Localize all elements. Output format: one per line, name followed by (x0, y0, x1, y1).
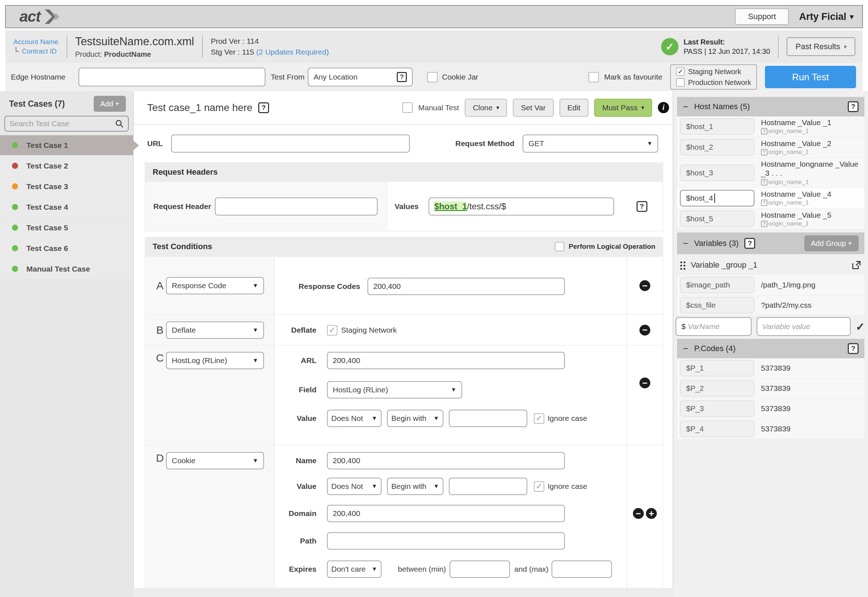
cookie-jar-checkbox[interactable]: ✓ (427, 72, 438, 82)
mark-favourite-checkbox[interactable]: ✓ (589, 72, 599, 82)
variables-panel: − Host Names (5) ? $host_1 Hostname _Val… (673, 91, 868, 597)
variable-name-chip[interactable]: $css_file (680, 297, 754, 313)
remove-condition-icon[interactable]: − (639, 280, 650, 291)
cookie-path-input[interactable] (327, 532, 565, 549)
ignore-case-checkbox[interactable]: ✓ (534, 413, 544, 424)
condition-type-select[interactable]: Response Code ▼ (166, 277, 264, 294)
sidebar-item-test-case-2[interactable]: Test Case 2 (0, 156, 133, 176)
condition-type-select[interactable]: Deflate ▼ (166, 321, 264, 339)
expires-min-input[interactable] (450, 560, 510, 578)
deflate-staging-checkbox[interactable]: ✓ (327, 325, 337, 336)
host-row: $host_4 Hostname _Value _4 ?origin_name_… (677, 188, 864, 208)
request-method-select[interactable]: GET ▼ (523, 135, 658, 153)
host-var-chip[interactable]: $host_2 (680, 139, 754, 156)
pcode-var-chip[interactable]: $P_1 (680, 360, 754, 376)
expires-select[interactable]: Don't care ▼ (327, 560, 382, 578)
ignore-case-checkbox[interactable]: ✓ (534, 481, 544, 492)
collapse-icon[interactable]: − (683, 343, 688, 354)
sidebar-item-test-case-5[interactable]: Test Case 5 (0, 218, 133, 238)
host-var-chip[interactable]: $host_5 (680, 211, 754, 227)
match-operator-select[interactable]: Begin with ▼ (387, 410, 443, 427)
varname-placeholder: VarName (688, 322, 720, 331)
variable-name-chip[interactable]: $image_path (680, 277, 754, 293)
test-conditions-title: Test Conditions (153, 242, 212, 251)
sidebar-item-manual-test-case[interactable]: Manual Test Case (0, 259, 133, 279)
search-test-case-input[interactable] (9, 119, 115, 128)
sidebar-item-test-case-1[interactable]: Test Case 1 (0, 135, 133, 155)
last-result-value: PASS | 12 Jun 2017, 14:30 (684, 48, 770, 55)
contract-id-link[interactable]: Contract ID (22, 48, 56, 55)
new-variable-name-input[interactable]: $ VarName (676, 317, 752, 336)
clone-button[interactable]: Clone ▾ (465, 99, 507, 117)
new-variable-value-input[interactable] (757, 317, 851, 336)
help-icon[interactable]: ? (848, 343, 859, 354)
open-external-icon[interactable] (852, 260, 862, 270)
collapse-icon[interactable]: − (683, 238, 688, 249)
collapse-icon[interactable]: − (683, 101, 688, 113)
cookie-name-input[interactable] (327, 452, 565, 469)
expires-max-input[interactable] (551, 560, 612, 578)
remove-condition-icon[interactable]: − (633, 508, 644, 519)
pcode-var-chip[interactable]: $P_2 (680, 380, 754, 397)
condition-type-select[interactable]: HostLog (RLine) ▼ (166, 352, 264, 369)
test-cases-sidebar: Test Cases (7) Add + Test Case 1 Test Ca… (0, 91, 133, 597)
field-select[interactable]: HostLog (RLine) ▼ (327, 381, 462, 398)
pcode-var-chip[interactable]: $P_3 (680, 400, 754, 417)
must-pass-button[interactable]: Must Pass ▾ (594, 99, 652, 117)
logical-operation-checkbox[interactable]: ✓ (555, 242, 564, 251)
status-dot (12, 183, 18, 190)
cookie-domain-input[interactable] (327, 505, 565, 522)
support-button[interactable]: Support (735, 8, 789, 25)
test-from-select[interactable]: Any Location ? (308, 68, 413, 86)
url-input[interactable] (171, 135, 410, 153)
pcodes-title: P.Codes (4) (694, 344, 736, 353)
condition-type-select[interactable]: Cookie ▼ (166, 452, 264, 469)
response-codes-input[interactable] (367, 278, 565, 295)
match-negate-select[interactable]: Does Not ▼ (327, 478, 382, 495)
host-var-chip[interactable]: $host_1 (680, 118, 754, 135)
production-network-checkbox[interactable]: ✓ (676, 78, 685, 87)
edge-hostname-input[interactable] (79, 68, 266, 86)
test-cases-title: Test Cases (7) (9, 99, 65, 109)
pcode-var-chip[interactable]: $P_4 (680, 420, 754, 437)
request-headers-title: Request Headers (145, 162, 663, 182)
search-icon[interactable] (115, 119, 124, 128)
add-condition-icon[interactable]: + (646, 508, 657, 519)
host-var-chip[interactable]: $host_3 (680, 165, 754, 181)
values-input[interactable]: $host_1/test.css/$ (429, 198, 614, 215)
drag-handle-icon[interactable] (680, 261, 686, 270)
help-icon[interactable]: ? (636, 201, 647, 212)
sidebar-item-test-case-6[interactable]: Test Case 6 (0, 238, 133, 258)
sidebar-item-test-case-4[interactable]: Test Case 4 (0, 197, 133, 217)
set-var-button[interactable]: Set Var (513, 99, 553, 117)
updates-required-link[interactable]: (2 Updates Required) (256, 48, 329, 56)
host-value: Hostname_longname _Value _3 . . . (761, 159, 862, 178)
sidebar-item-test-case-3[interactable]: Test Case 3 (0, 177, 133, 196)
match-value-input[interactable] (449, 478, 527, 495)
staging-network-checkbox[interactable]: ✓ (676, 67, 685, 76)
request-header-input[interactable] (215, 198, 378, 215)
confirm-variable-icon[interactable]: ✓ (856, 320, 865, 333)
match-negate-select[interactable]: Does Not ▼ (327, 410, 382, 427)
match-operator-select[interactable]: Begin with ▼ (387, 478, 443, 495)
account-name-link[interactable]: Account Name (13, 38, 59, 46)
run-test-button[interactable]: Run Test (765, 66, 856, 88)
host-var-input[interactable]: $host_4 (680, 190, 754, 206)
help-icon[interactable]: ? (397, 72, 407, 82)
status-dot (12, 245, 18, 251)
manual-test-checkbox[interactable]: ✓ (402, 102, 413, 113)
help-icon[interactable]: ? (848, 101, 859, 112)
help-icon[interactable]: ? (258, 102, 269, 113)
info-icon[interactable]: i (658, 102, 669, 113)
remove-condition-icon[interactable]: − (639, 377, 650, 388)
value-label: Value (275, 414, 317, 423)
user-menu[interactable]: Arty Ficial ▾ (799, 11, 853, 22)
remove-condition-icon[interactable]: − (639, 325, 650, 336)
arl-input[interactable] (327, 352, 565, 369)
match-value-input[interactable] (449, 410, 527, 427)
add-group-button[interactable]: Add Group + (804, 235, 859, 251)
edit-button[interactable]: Edit (559, 99, 589, 117)
add-test-case-button[interactable]: Add + (94, 96, 126, 112)
help-icon[interactable]: ? (744, 238, 755, 249)
past-results-button[interactable]: Past Results ▾ (786, 37, 855, 56)
